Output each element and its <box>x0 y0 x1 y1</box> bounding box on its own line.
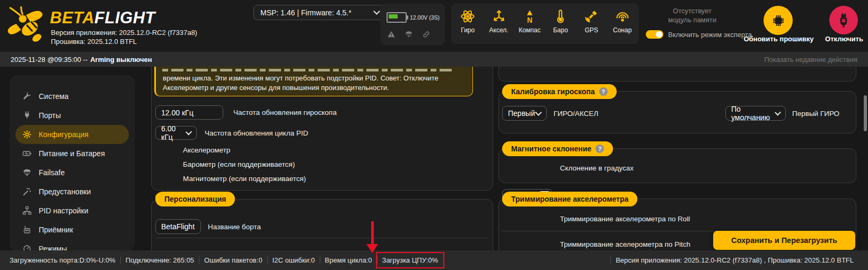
sidebar-item-label: Предустановки <box>39 187 91 196</box>
sensor-label: Компас <box>519 26 540 34</box>
personalization-badge: Персонализация <box>155 192 235 206</box>
compass-icon: N <box>522 9 537 24</box>
link-icon <box>422 30 431 39</box>
sidebar-item-setup[interactable]: Система <box>15 87 129 106</box>
sidebar: Система Порты Конфигурация Питание и Бат… <box>10 75 135 251</box>
betaflight-bee-logo <box>4 4 48 48</box>
magic-wand-icon <box>22 187 32 196</box>
sensor-accel[interactable]: Аксел. <box>485 3 513 44</box>
sensor-status-bar: Гиро Аксел. N Компас Баро <box>451 3 639 44</box>
sidebar-item-failsafe[interactable]: Failsafe <box>15 163 129 182</box>
battery-icon <box>387 12 407 23</box>
warning-icon <box>387 30 396 39</box>
help-icon[interactable]: ? <box>595 145 604 153</box>
i2c-errors-status: I2C ошибки:0 <box>268 256 320 264</box>
sonar-icon <box>615 9 630 24</box>
show-log-link[interactable]: Показать недавние действия <box>764 56 857 64</box>
sensor-baro[interactable]: Баро <box>546 3 575 44</box>
status-bar: Загруженность порта:D:0%-U:0% Подключени… <box>0 250 868 270</box>
gyro-frequency-input[interactable]: 12.00 кГц <box>155 105 223 120</box>
dataflash-notice: Отсутствует модуль памяти <box>656 6 728 24</box>
sidebar-item-label: Система <box>39 92 68 101</box>
sensor-label: Сонар <box>613 26 632 34</box>
gyro-calibration-badge: Калибровка гироскопа ? <box>502 84 617 99</box>
annotation-arrow <box>371 221 374 245</box>
help-icon[interactable]: ? <box>599 87 608 96</box>
craft-name-input[interactable]: BetaFlight <box>155 219 201 234</box>
app-version-text: Версия приложения: 2025.12.0-RC2 (f7337a… <box>51 29 197 37</box>
gyro-accel-select[interactable]: Первый <box>502 106 547 121</box>
acc-trim-title: Триммирование акселерометра <box>511 195 628 203</box>
update-firmware-button[interactable] <box>764 6 793 35</box>
wrench-icon <box>22 92 32 101</box>
sidebar-item-presets[interactable]: Предустановки <box>15 182 129 201</box>
sensor-label: Баро <box>553 26 568 34</box>
gyro-default-value: По умолчанию <box>731 105 776 122</box>
craft-name-label: Название борта <box>208 223 261 231</box>
chevron-down-icon <box>373 8 380 15</box>
sidebar-item-power-battery[interactable]: Питание и Батарея <box>15 144 129 163</box>
sidebar-item-label: Конфигурация <box>39 130 89 139</box>
app-logo-text: BETAFLIGHT <box>50 8 155 28</box>
svg-text:N: N <box>527 16 532 24</box>
sensor-compass[interactable]: N Компас <box>515 3 544 44</box>
annotation-arrow-head <box>366 244 378 253</box>
log-bar: 2025-11-28 @09:35:00 --Arming выключен П… <box>0 52 868 67</box>
disconnect-button[interactable] <box>829 6 858 34</box>
battery-status-box: 12.00V (3S) <box>380 4 445 45</box>
gps-satellite-icon <box>584 9 599 24</box>
sensor-gps[interactable]: GPS <box>577 3 606 44</box>
save-reboot-button[interactable]: Сохранить и Перезагрузить <box>713 231 855 250</box>
sidebar-item-receiver[interactable]: Приёмник <box>15 220 129 239</box>
gyro-default-label: Первый ГИРО <box>792 110 839 118</box>
rc-transmitter-icon <box>22 225 32 235</box>
connection-time-status: Подключение: 265:05 <box>121 256 199 264</box>
clipped-text-line <box>162 69 453 71</box>
sitemap-icon <box>22 206 32 215</box>
craft-name-value: BetaFlight <box>161 222 195 231</box>
pid-frequency-select[interactable]: 6.00 кГц <box>155 126 197 140</box>
sidebar-item-pid-tuning[interactable]: PID настройки <box>15 201 129 220</box>
sidebar-item-configuration[interactable]: Конфигурация <box>15 125 129 144</box>
battery-icon <box>22 149 32 158</box>
accelerometer-icon <box>492 9 506 24</box>
roll-trim-label: Триммирование акселерометра по Roll <box>560 215 690 223</box>
sidebar-item-label: PID настройки <box>39 206 89 215</box>
gear-icon <box>22 130 32 139</box>
gyro-frequency-label: Частота обновления гироскопа <box>233 109 337 116</box>
sidebar-item-ports[interactable]: Порты <box>15 106 129 125</box>
disconnect-label[interactable]: Отключить <box>820 35 868 43</box>
gyro-frequency-value: 12.00 кГц <box>161 109 194 117</box>
chip-icon <box>770 13 786 29</box>
port-firmware-select[interactable]: MSP: 1.46 | Firmware: 4.5.* <box>253 5 386 20</box>
pitch-trim-label: Триммирование аселерометра по Pitch <box>560 240 690 248</box>
port-firmware-value: MSP: 1.46 | Firmware: 4.5.* <box>260 8 352 17</box>
personalization-title: Персонализация <box>164 195 226 203</box>
sensor-gyro[interactable]: Гиро <box>453 3 482 44</box>
plug-icon <box>22 111 32 120</box>
port-usage-status: Загруженность порта:D:0%-U:0% <box>10 256 120 264</box>
mag-declination-badge: Магнитное склонение ? <box>502 141 613 156</box>
sensor-label: Аксел. <box>489 26 508 34</box>
expert-mode-toggle[interactable] <box>646 30 663 39</box>
usb-disconnect-icon <box>836 12 852 28</box>
expert-mode-label: Включить режим эксперта <box>668 31 752 39</box>
section-divider <box>155 238 488 238</box>
acc-trim-badge: Триммирование акселерометра <box>502 192 637 206</box>
chevron-down-icon <box>535 109 542 116</box>
gyro-accel-label: ГИРО/АКСЕЛ <box>554 110 598 118</box>
sidebar-item-label: Питание и Батарея <box>39 149 105 158</box>
log-message: 2025-11-28 @09:35:00 --Arming выключен <box>11 56 152 64</box>
vertical-scrollbar[interactable] <box>864 95 867 131</box>
packet-errors-status: Ошибки пакетов:0 <box>199 256 267 264</box>
sensor-sonar[interactable]: Сонар <box>608 3 637 44</box>
expert-mode-row: Включить режим эксперта <box>646 30 752 39</box>
header: BETAFLIGHT Версия приложения: 2025.12.0-… <box>0 0 868 52</box>
magnetometer-label: Магнитометр (если поддерживается) <box>183 175 306 183</box>
gyro-default-select[interactable]: По умолчанию <box>725 106 786 121</box>
note-text: времени цикла. Эти изменения могут потре… <box>163 74 463 92</box>
accelerometer-label: Акселерометр <box>183 146 230 154</box>
gyro-calibration-title: Калибровка гироскопа <box>511 87 595 96</box>
pid-frequency-label: Частота обновления цикла PID <box>205 129 308 137</box>
sidebar-item-label: Порты <box>39 111 61 120</box>
